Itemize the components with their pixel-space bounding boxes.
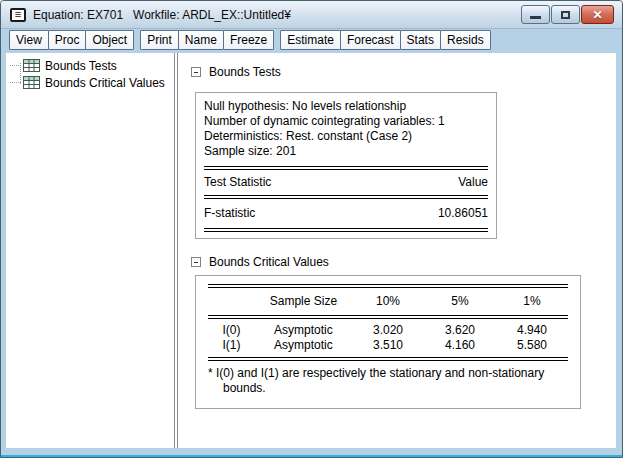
i1-10pct: 3.510 — [352, 338, 424, 353]
section-critical-values-header: Bounds Critical Values — [191, 255, 329, 269]
table-row: I(0) Asymptotic 3.020 3.620 4.940 — [208, 323, 568, 338]
content-area: Bounds Tests Bounds Critical Values — [6, 53, 616, 448]
print-button[interactable]: Print — [140, 30, 179, 50]
critical-values-table: Sample Size 10% 5% 1% I(0) Asymptotic 3.… — [195, 275, 581, 409]
eviews-equation-window: ≡ Equation: EX701 Workfile: ARDL_EX::Unt… — [0, 0, 623, 458]
resids-button[interactable]: Resids — [440, 30, 491, 50]
table-row: F-statistic 10.86051 — [204, 199, 488, 228]
footnote-line-2: bounds. — [208, 381, 568, 396]
i1-label: I(1) — [208, 338, 255, 353]
view-button[interactable]: View — [9, 30, 49, 50]
restore-button[interactable] — [551, 5, 580, 24]
col-blank — [208, 294, 255, 309]
close-button[interactable]: ✕ — [581, 5, 614, 24]
cointegrating-variables-line: Number of dynamic cointegrating variable… — [204, 114, 488, 129]
section-title: Bounds Tests — [209, 65, 281, 79]
section-bounds-tests-header: Bounds Tests — [191, 65, 281, 79]
i0-sample: Asymptotic — [255, 323, 352, 338]
sample-size-line: Sample size: 201 — [204, 144, 488, 159]
tree-connector-line — [20, 63, 21, 84]
footnote-line-1: * I(0) and I(1) are respectively the sta… — [208, 366, 568, 381]
sidebar-item-bounds-tests[interactable]: Bounds Tests — [6, 57, 173, 74]
window-title: Equation: EX701 Workfile: ARDL_EX::Untit… — [33, 8, 291, 22]
col-10pct: 10% — [352, 294, 424, 309]
spool-output-panel: Bounds Tests Null hypothesis: No levels … — [179, 53, 616, 448]
sidebar-item-label: Bounds Critical Values — [45, 76, 165, 90]
minimize-button[interactable] — [521, 5, 550, 24]
window-bottom-accent — [1, 455, 622, 457]
titlebar[interactable]: ≡ Equation: EX701 Workfile: ARDL_EX::Unt… — [1, 1, 622, 29]
collapse-icon[interactable] — [191, 257, 201, 267]
i0-1pct: 4.940 — [496, 323, 568, 338]
col-1pct: 1% — [496, 294, 568, 309]
col-5pct: 5% — [424, 294, 496, 309]
estimate-button[interactable]: Estimate — [280, 30, 341, 50]
restore-icon — [561, 11, 570, 19]
minimize-icon — [530, 16, 541, 19]
i0-5pct: 3.620 — [424, 323, 496, 338]
collapse-icon[interactable] — [191, 67, 201, 77]
col-value: Value — [458, 175, 488, 189]
window-controls: ✕ — [521, 5, 616, 24]
stats-button[interactable]: Stats — [400, 30, 441, 50]
table-row: I(1) Asymptotic 3.510 4.160 5.580 — [208, 338, 568, 353]
table-icon — [23, 76, 40, 89]
i1-sample: Asymptotic — [255, 338, 352, 353]
double-rule — [208, 357, 568, 361]
panel-splitter[interactable] — [174, 53, 178, 448]
i1-1pct: 5.580 — [496, 338, 568, 353]
f-statistic-label: F-statistic — [204, 206, 255, 220]
i0-10pct: 3.020 — [352, 323, 424, 338]
object-button[interactable]: Object — [85, 30, 134, 50]
toolbar-group-view: View Proc Object — [9, 30, 134, 50]
freeze-button[interactable]: Freeze — [223, 30, 274, 50]
deterministics-line: Deterministics: Rest. constant (Case 2) — [204, 129, 488, 144]
table-header-row: Sample Size 10% 5% 1% — [208, 288, 568, 315]
table-icon — [23, 59, 40, 72]
toolbar-group-estimate: Estimate Forecast Stats Resids — [280, 30, 490, 50]
table-body: I(0) Asymptotic 3.020 3.620 4.940 I(1) A… — [208, 319, 568, 357]
col-sample-size: Sample Size — [255, 294, 352, 309]
toolbar-group-print: Print Name Freeze — [140, 30, 274, 50]
sidebar-item-label: Bounds Tests — [45, 59, 117, 73]
sidebar-item-bounds-critical-values[interactable]: Bounds Critical Values — [6, 74, 173, 91]
table-footnote: * I(0) and I(1) are respectively the sta… — [208, 366, 568, 396]
toolbar: View Proc Object Print Name Freeze Estim… — [6, 30, 617, 53]
f-statistic-value: 10.86051 — [438, 206, 488, 220]
col-test-statistic: Test Statistic — [204, 175, 271, 189]
double-rule — [204, 228, 488, 232]
i1-5pct: 4.160 — [424, 338, 496, 353]
null-hypothesis-line: Null hypothesis: No levels relationship — [204, 99, 488, 114]
section-title: Bounds Critical Values — [209, 255, 329, 269]
forecast-button[interactable]: Forecast — [340, 30, 401, 50]
name-button[interactable]: Name — [178, 30, 224, 50]
i0-label: I(0) — [208, 323, 255, 338]
table-header-row: Test Statistic Value — [204, 170, 488, 195]
bounds-tests-table: Null hypothesis: No levels relationship … — [195, 92, 497, 239]
proc-button[interactable]: Proc — [48, 30, 87, 50]
spool-tree: Bounds Tests Bounds Critical Values — [6, 53, 173, 448]
equation-icon: ≡ — [10, 8, 26, 22]
